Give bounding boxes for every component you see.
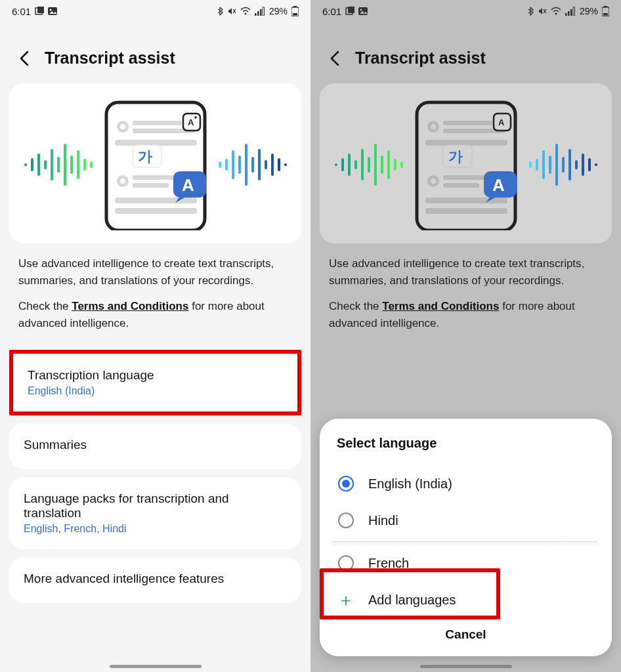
mute-icon — [227, 7, 236, 16]
status-bar: 6:01 29% — [310, 0, 621, 22]
image-icon — [358, 7, 368, 16]
svg-rect-105 — [425, 208, 507, 214]
bluetooth-icon — [527, 7, 534, 16]
svg-rect-55 — [348, 7, 354, 13]
svg-rect-64 — [573, 7, 575, 16]
chevron-left-icon — [329, 50, 341, 67]
back-button[interactable] — [326, 50, 343, 67]
battery-icon — [291, 6, 299, 16]
svg-rect-1 — [37, 7, 44, 13]
more-features-item[interactable]: More advanced intelligence features — [9, 557, 301, 603]
svg-rect-7 — [255, 13, 257, 16]
description-1: Use advanced intelligence to create text… — [0, 255, 310, 298]
battery-text: 29% — [580, 6, 598, 16]
page-title: Transcript assist — [45, 49, 175, 68]
card-icon — [35, 7, 44, 16]
svg-rect-104 — [425, 198, 507, 203]
svg-rect-63 — [570, 9, 572, 16]
card-icon — [345, 7, 354, 16]
item-title: More advanced intelligence features — [24, 572, 287, 586]
nav-handle[interactable] — [420, 665, 512, 668]
svg-rect-102 — [443, 175, 489, 180]
svg-rect-10 — [263, 7, 265, 16]
svg-rect-67 — [603, 13, 608, 16]
terms-link[interactable]: Terms and Conditions — [72, 300, 188, 312]
description-1: Use advanced intelligence to create text… — [310, 255, 621, 298]
language-option-hindi[interactable]: Hindi — [334, 502, 597, 539]
svg-rect-49 — [133, 183, 169, 188]
svg-rect-93 — [443, 121, 492, 125]
hero-illustration: A 가 A — [328, 99, 604, 230]
svg-rect-50 — [115, 198, 197, 203]
svg-rect-51 — [115, 208, 197, 214]
item-subtitle: English, French, Hindi — [24, 523, 287, 535]
svg-point-60 — [555, 13, 557, 15]
header: Transcript assist — [0, 22, 310, 83]
svg-text:가: 가 — [448, 148, 463, 165]
header: Transcript assist — [310, 22, 621, 83]
svg-rect-61 — [565, 13, 567, 16]
signal-icon — [255, 7, 265, 16]
svg-point-6 — [244, 13, 246, 15]
svg-rect-39 — [133, 121, 182, 125]
separator — [334, 541, 597, 542]
status-bar: 6:01 29% — [0, 0, 310, 22]
hero-card: A 가 A — [320, 83, 612, 243]
transcription-language-item[interactable]: Transcription language English (India) — [9, 350, 301, 415]
svg-rect-13 — [293, 13, 297, 16]
page-title: Transcript assist — [355, 49, 486, 68]
battery-icon — [602, 6, 609, 16]
svg-rect-56 — [358, 7, 368, 15]
back-button[interactable] — [16, 50, 33, 67]
image-icon — [48, 7, 57, 16]
item-subtitle: English (India) — [28, 385, 283, 397]
svg-text:가: 가 — [138, 148, 152, 165]
modal-title: Select language — [334, 436, 597, 451]
battery-text: 29% — [269, 6, 288, 16]
signal-icon — [565, 7, 576, 16]
summaries-item[interactable]: Summaries — [9, 423, 301, 469]
svg-text:A: A — [492, 175, 505, 195]
svg-text:A: A — [182, 175, 194, 195]
language-option-english[interactable]: English (India) — [334, 465, 597, 502]
wifi-icon — [240, 7, 251, 16]
wifi-icon — [551, 7, 561, 16]
svg-rect-103 — [443, 183, 479, 188]
svg-point-38 — [120, 124, 125, 129]
cancel-button[interactable]: Cancel — [334, 618, 597, 644]
svg-point-92 — [431, 124, 436, 129]
radio-selected-icon — [338, 476, 354, 492]
svg-point-3 — [50, 9, 52, 11]
radio-unselected-icon — [338, 513, 354, 528]
svg-point-101 — [431, 178, 436, 184]
item-title: Language packs for transcription and tra… — [24, 492, 287, 520]
screen-right: 6:01 29% Transcript assist — [310, 0, 621, 672]
terms-link[interactable]: Terms and Conditions — [382, 300, 499, 312]
item-title: Transcription language — [28, 368, 283, 383]
option-label: English (India) — [368, 476, 452, 492]
svg-rect-62 — [568, 11, 570, 16]
svg-point-57 — [360, 9, 362, 11]
screen-left: 6:01 29% Transcript assist — [0, 0, 310, 672]
language-packs-item[interactable]: Language packs for transcription and tra… — [9, 477, 301, 549]
description-2: Check the Terms and Conditions for more … — [310, 298, 621, 341]
svg-text:A: A — [498, 117, 505, 127]
svg-rect-9 — [260, 9, 262, 16]
description-2: Check the Terms and Conditions for more … — [0, 298, 310, 341]
chevron-left-icon — [18, 50, 30, 67]
status-time: 6:01 — [12, 6, 31, 17]
hero-card: A 가 A — [9, 83, 301, 243]
svg-rect-8 — [257, 11, 259, 16]
svg-text:A: A — [188, 117, 194, 127]
status-time: 6:01 — [322, 6, 341, 17]
svg-point-47 — [120, 178, 125, 184]
option-label: Hindi — [368, 513, 398, 528]
bluetooth-icon — [217, 7, 223, 16]
highlight-box — [320, 568, 500, 620]
nav-handle[interactable] — [110, 665, 202, 668]
item-title: Summaries — [24, 438, 287, 452]
svg-rect-2 — [48, 7, 57, 15]
svg-rect-48 — [133, 175, 179, 180]
mute-icon — [538, 7, 547, 16]
select-language-modal: Select language English (India) Hindi Fr… — [320, 419, 612, 656]
